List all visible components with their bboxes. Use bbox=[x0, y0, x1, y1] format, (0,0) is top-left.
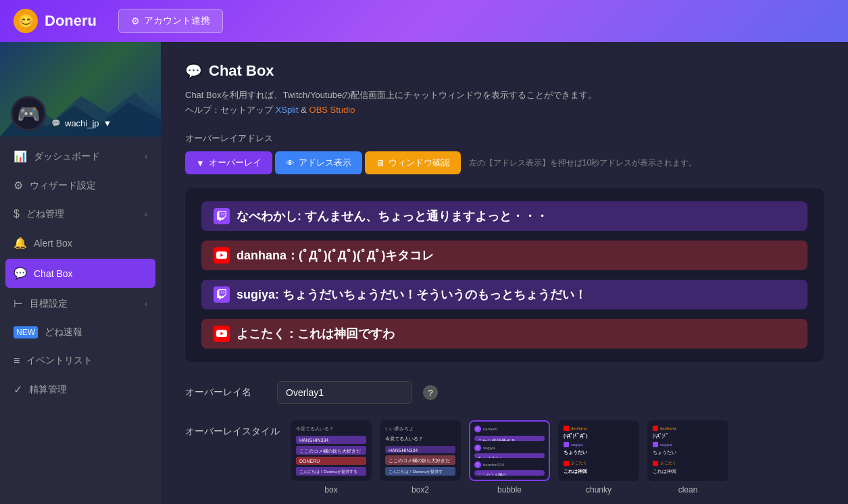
dollar-icon: $ bbox=[14, 208, 20, 220]
list-icon: ≡ bbox=[14, 355, 20, 367]
sidebar-item-donation[interactable]: $ どね管理 ‹ bbox=[0, 200, 161, 228]
style-preview-clean: danhana (ﾟДﾟ)(ﾟ sugiya ちょうだい よこたく bbox=[647, 420, 728, 481]
tab-address[interactable]: 👁 アドレス表示 bbox=[275, 151, 362, 174]
description-line2: ヘルプ：セットアップ XSplit & OBS Studio bbox=[185, 104, 824, 116]
header: 😊 Doneru ⚙ アカウント連携 bbox=[0, 0, 848, 42]
overlay-address-label: オーバーレイアドレス bbox=[185, 132, 824, 145]
style-name-box: box bbox=[324, 485, 337, 495]
tab-hint: 左の【アドレス表示】を押せば10秒アドレスが表示されます。 bbox=[469, 157, 697, 169]
overlay-style-label: オーバーレイスタイル bbox=[185, 420, 280, 438]
sidebar-profile: 🎮 💬 wachi_jp ▼ bbox=[0, 42, 161, 136]
logo-area: 😊 Doneru bbox=[14, 9, 97, 33]
chevron-icon: ‹ bbox=[145, 299, 147, 309]
sidebar-item-wizard[interactable]: ⚙ ウィザード設定 bbox=[0, 171, 161, 200]
goal-icon: ⊢ bbox=[14, 297, 23, 310]
chatbox-title-icon: 💬 bbox=[185, 63, 202, 79]
twitch-badge bbox=[214, 286, 230, 303]
dashboard-icon: 📊 bbox=[14, 150, 27, 163]
style-card-bubble[interactable]: T nanashi これに低評価する T sugiya ちょうだい T bbox=[469, 420, 550, 495]
style-card-clean[interactable]: danhana (ﾟДﾟ)(ﾟ sugiya ちょうだい よこたく bbox=[647, 420, 728, 495]
check-icon: ✓ bbox=[14, 383, 22, 396]
chat-message-4: よこたく：これは神回ですわ bbox=[201, 319, 807, 349]
tab-window[interactable]: 🖥 ウィンドウ確認 bbox=[365, 151, 461, 174]
description-line1: Chat Boxを利用すれば、Twitch/Youtubeの配信画面上にチャット… bbox=[185, 89, 824, 101]
style-name-bubble: bubble bbox=[497, 485, 522, 495]
youtube-badge bbox=[214, 326, 230, 342]
logo-icon: 😊 bbox=[14, 9, 38, 33]
overlay-style-row: オーバーレイスタイル 今見てる人いる？ HANSHIN334 ここのコメ欄の奴ら… bbox=[185, 420, 824, 495]
overlay-tab-icon: ▼ bbox=[196, 158, 205, 168]
chevron-down-icon: ▼ bbox=[103, 118, 112, 128]
xsplit-link[interactable]: XSplit bbox=[276, 105, 299, 115]
eye-icon: 👁 bbox=[286, 158, 295, 168]
avatar: 🎮 bbox=[11, 96, 46, 131]
style-cards-container: 今見てる人いる？ HANSHIN334 ここのコメ欄の奴ら大好きだ DONERU… bbox=[291, 420, 728, 495]
chat-message-3: sugiya: ちょうだいちょうだい！そういうのもっとちょうだい！ bbox=[201, 280, 807, 309]
style-name-chunky: chunky bbox=[586, 485, 612, 495]
overlay-name-row: オーバーレイ名 ? bbox=[185, 381, 824, 404]
monitor-icon: 🖥 bbox=[376, 158, 384, 168]
style-card-box2[interactable]: いい夢みろよ 今見てる人いる？ HANSHIN334 ここのコメ欄の奴ら大好きだ… bbox=[380, 420, 461, 495]
style-preview-bubble: T nanashi これに低評価する T sugiya ちょうだい T bbox=[469, 420, 550, 481]
bell-icon: 🔔 bbox=[14, 236, 27, 249]
sidebar-item-chatbox[interactable]: 💬 Chat Box bbox=[5, 259, 155, 288]
chat-message-2: danhana：(ﾟДﾟ)(ﾟДﾟ)(ﾟДﾟ)キタコレ bbox=[201, 241, 807, 270]
style-card-chunky[interactable]: danhana (ﾟДﾟ)(ﾟДﾟ) sugiya ちょうだい よこたく bbox=[558, 420, 639, 495]
sidebar-item-accounting[interactable]: ✓ 精算管理 bbox=[0, 375, 161, 404]
youtube-badge bbox=[214, 247, 230, 263]
news-icon: NEW bbox=[14, 326, 38, 338]
account-btn[interactable]: ⚙ アカウント連携 bbox=[118, 9, 223, 33]
help-icon[interactable]: ? bbox=[423, 385, 438, 400]
gear-icon: ⚙ bbox=[14, 179, 23, 192]
sidebar: 🎮 💬 wachi_jp ▼ 📊 ダッシュボード ‹ ⚙ ウィザード設定 bbox=[0, 42, 161, 504]
sidebar-item-goal[interactable]: ⊢ 目標設定 ‹ bbox=[0, 289, 161, 318]
sidebar-item-events[interactable]: ≡ イベントリスト bbox=[0, 347, 161, 375]
gear-icon: ⚙ bbox=[131, 16, 140, 26]
tab-overlay[interactable]: ▼ オーバーレイ bbox=[185, 151, 272, 174]
body-layout: 🎮 💬 wachi_jp ▼ 📊 ダッシュボード ‹ ⚙ ウィザード設定 bbox=[0, 42, 848, 504]
chat-message-1: なべわかし: すんません、ちょっと通りますよっと・・・ bbox=[201, 201, 807, 231]
chat-preview-area: なべわかし: すんません、ちょっと通りますよっと・・・ danhana：(ﾟДﾟ… bbox=[185, 188, 824, 362]
overlay-name-input[interactable] bbox=[277, 381, 412, 404]
sidebar-item-ticker[interactable]: NEW どね速報 bbox=[0, 318, 161, 347]
tab-bar: ▼ オーバーレイ 👁 アドレス表示 🖥 ウィンドウ確認 左の【アドレス表示】を押… bbox=[185, 151, 824, 174]
chat-icon: 💬 bbox=[14, 267, 27, 280]
logo-text: Doneru bbox=[45, 12, 97, 30]
twitch-badge bbox=[214, 208, 230, 224]
sidebar-item-dashboard[interactable]: 📊 ダッシュボード ‹ bbox=[0, 142, 161, 171]
chevron-icon: ‹ bbox=[145, 152, 147, 161]
chevron-icon: ‹ bbox=[145, 209, 147, 219]
main-content: 💬 Chat Box Chat Boxを利用すれば、Twitch/Youtube… bbox=[161, 42, 848, 504]
page-title: 💬 Chat Box bbox=[185, 62, 824, 80]
style-preview-box2: いい夢みろよ 今見てる人いる？ HANSHIN334 ここのコメ欄の奴ら大好きだ… bbox=[380, 420, 461, 481]
overlay-name-label: オーバーレイ名 bbox=[185, 386, 266, 399]
style-preview-box: 今見てる人いる？ HANSHIN334 ここのコメ欄の奴ら大好きだ DONERU… bbox=[291, 420, 372, 481]
sidebar-item-alertbox[interactable]: 🔔 Alert Box bbox=[0, 228, 161, 257]
platform-icon: 💬 bbox=[51, 119, 61, 128]
obs-link[interactable]: OBS Studio bbox=[309, 105, 355, 115]
style-name-clean: clean bbox=[678, 485, 698, 495]
style-name-box2: box2 bbox=[411, 485, 429, 495]
sidebar-nav: 📊 ダッシュボード ‹ ⚙ ウィザード設定 $ どね管理 ‹ bbox=[0, 136, 161, 504]
username: wachi_jp bbox=[65, 118, 99, 128]
style-preview-chunky: danhana (ﾟДﾟ)(ﾟДﾟ) sugiya ちょうだい よこたく bbox=[558, 420, 639, 481]
style-card-box[interactable]: 今見てる人いる？ HANSHIN334 ここのコメ欄の奴ら大好きだ DONERU… bbox=[291, 420, 372, 495]
username-area: 💬 wachi_jp ▼ bbox=[51, 118, 111, 128]
